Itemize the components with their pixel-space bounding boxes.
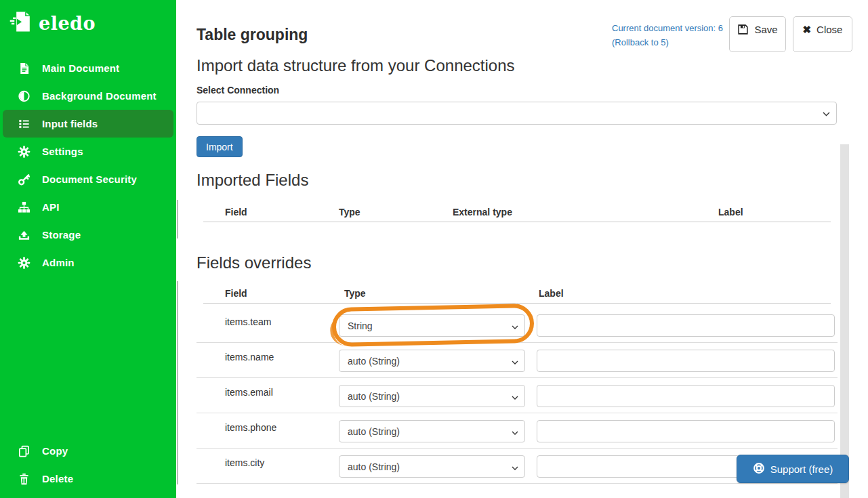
field-name: items.phone: [225, 422, 276, 433]
close-button-label: Close: [817, 24, 842, 35]
sidebar-nav: Main Document Background Document Input …: [0, 54, 176, 276]
vertical-scrollbar[interactable]: [840, 144, 849, 498]
imported-fields-heading: Imported Fields: [197, 171, 308, 190]
sidebar-item-copy[interactable]: Copy: [3, 437, 173, 465]
brand-name: eledo: [39, 13, 96, 34]
support-button[interactable]: Support (free): [737, 455, 849, 483]
field-row-items-phone: items.phone auto (String): [197, 413, 838, 449]
support-button-label: Support (free): [770, 463, 833, 475]
field-name: items.city: [225, 457, 264, 468]
sidebar-item-api[interactable]: API: [3, 193, 173, 221]
chevron-down-icon: [512, 355, 518, 367]
fields-overrides-header-row: Field Type Label: [197, 288, 838, 300]
list-icon: [17, 117, 30, 131]
eledo-logo-icon: [9, 9, 31, 37]
fields-overrides-table-border: [177, 281, 178, 484]
type-select-value: auto (String): [348, 426, 400, 437]
type-select[interactable]: auto (String): [339, 385, 525, 407]
sidebar-item-label: API: [42, 201, 60, 213]
fields-overrides-heading: Fields overrides: [197, 253, 311, 272]
connection-select[interactable]: [197, 102, 837, 125]
label-input[interactable]: [537, 385, 835, 407]
type-select-value: auto (String): [348, 461, 400, 472]
field-name: items.email: [225, 387, 273, 398]
select-connection-label: Select Connection: [197, 85, 279, 96]
type-select-value: auto (String): [348, 356, 400, 367]
import-section-heading: Import data structure from your Connecti…: [197, 56, 515, 75]
copy-icon: [17, 444, 30, 458]
sidebar-item-input-fields[interactable]: Input fields: [3, 110, 173, 138]
type-select[interactable]: auto (String): [339, 420, 525, 442]
sidebar-item-label: Copy: [42, 445, 68, 457]
sidebar-item-label: Document Security: [42, 173, 137, 185]
sidebar-footer-nav: Copy Delete: [0, 437, 176, 493]
gear-icon: [17, 145, 30, 159]
chevron-down-icon: [512, 320, 518, 332]
contrast-icon: [17, 89, 30, 103]
column-header-external-type: External type: [453, 207, 512, 217]
column-header-label: Label: [539, 288, 564, 299]
brand-logo[interactable]: eledo: [0, 0, 176, 37]
sidebar-item-settings[interactable]: Settings: [3, 138, 173, 165]
document-version-info: Current document version: 6 (Rollback to…: [612, 21, 727, 49]
sidebar-item-label: Admin: [42, 257, 75, 268]
sidebar: eledo Main Document Background Document …: [0, 0, 176, 498]
sidebar-item-label: Delete: [42, 473, 73, 484]
field-row-items-name: items.name auto (String): [197, 343, 838, 378]
save-icon: [737, 24, 749, 37]
sidebar-item-label: Settings: [42, 146, 83, 157]
storage-upload-icon: [17, 228, 30, 242]
chevron-down-icon: [512, 426, 518, 438]
chevron-down-icon: [512, 461, 518, 473]
label-input[interactable]: [537, 314, 835, 337]
import-button[interactable]: Import: [197, 136, 243, 157]
trash-icon: [17, 472, 30, 486]
type-select-value: String: [348, 320, 373, 331]
app-window: eledo Main Document Background Document …: [0, 0, 868, 498]
type-select[interactable]: String: [339, 314, 525, 337]
close-button[interactable]: ✖ Close: [793, 16, 852, 52]
sidebar-item-admin[interactable]: Admin: [3, 249, 173, 276]
imported-fields-header-row: Field Type External type Label: [197, 207, 838, 219]
sidebar-item-storage[interactable]: Storage: [3, 221, 173, 249]
sidebar-item-label: Input fields: [42, 118, 98, 129]
sidebar-item-label: Background Document: [42, 90, 157, 102]
type-select-value: auto (String): [348, 391, 400, 402]
label-input[interactable]: [537, 350, 835, 372]
column-header-label: Label: [718, 207, 743, 217]
sidebar-item-background-document[interactable]: Background Document: [3, 82, 173, 110]
imported-fields-table-border: [177, 200, 178, 238]
sidebar-item-label: Storage: [42, 229, 81, 241]
save-button[interactable]: Save: [729, 16, 786, 52]
chevron-down-icon: [823, 107, 830, 119]
column-header-type: Type: [344, 288, 366, 299]
page-title: Table grouping: [197, 26, 308, 44]
sitemap-icon: [17, 201, 30, 214]
field-row-items-team: items.team String: [197, 308, 838, 343]
imported-fields-header-divider: [203, 222, 831, 222]
sidebar-item-main-document[interactable]: Main Document: [3, 54, 173, 82]
sidebar-item-label: Main Document: [42, 62, 119, 74]
life-ring-icon: [753, 462, 765, 476]
field-name: items.name: [225, 352, 274, 362]
key-icon: [17, 173, 30, 186]
document-icon: [17, 62, 30, 75]
close-icon: ✖: [803, 24, 812, 36]
type-select[interactable]: auto (String): [339, 455, 525, 478]
type-select[interactable]: auto (String): [339, 350, 525, 372]
label-input[interactable]: [537, 420, 835, 442]
fields-overrides-header-divider: [203, 303, 831, 304]
column-header-type: Type: [339, 207, 360, 217]
column-header-field: Field: [225, 207, 247, 217]
current-version-link[interactable]: Current document version: 6: [612, 23, 723, 33]
field-name: items.team: [225, 316, 271, 327]
main-content: Table grouping Current document version:…: [176, 0, 868, 498]
gear-icon: [17, 256, 30, 270]
field-row-items-email: items.email auto (String): [197, 378, 838, 413]
rollback-link[interactable]: (Rollback to 5): [612, 37, 669, 47]
sidebar-item-delete[interactable]: Delete: [3, 465, 173, 493]
save-button-label: Save: [754, 24, 777, 35]
chevron-down-icon: [512, 390, 518, 402]
column-header-field: Field: [225, 288, 247, 299]
sidebar-item-document-security[interactable]: Document Security: [3, 165, 173, 193]
